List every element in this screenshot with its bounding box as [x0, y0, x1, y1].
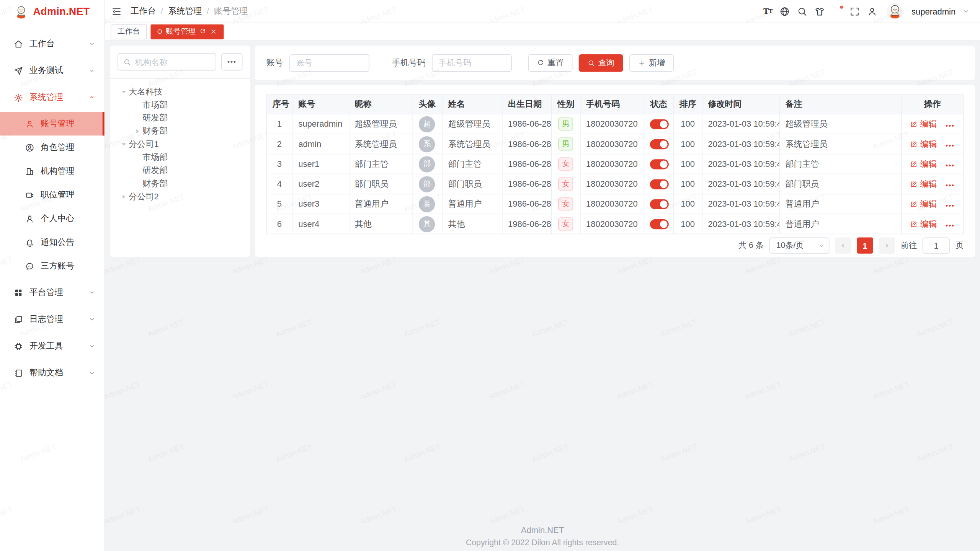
- username[interactable]: superadmin: [911, 7, 956, 16]
- col-time: 修改时间: [702, 95, 779, 114]
- edit-button[interactable]: 编辑: [910, 218, 937, 230]
- collapse-sidebar-icon[interactable]: [111, 6, 122, 17]
- menu-item-label: 工作台: [29, 38, 55, 49]
- sidebar-menu-item[interactable]: 通知公告: [0, 230, 105, 254]
- org-tree-node[interactable]: 市场部: [118, 98, 243, 111]
- row-more-button[interactable]: •••: [946, 122, 955, 129]
- sidebar-menu-item[interactable]: 日志管理: [0, 307, 105, 332]
- cell-name: 其他: [442, 214, 502, 234]
- notification-dot: [840, 5, 844, 9]
- notification-bell-icon[interactable]: [832, 6, 843, 17]
- status-toggle[interactable]: [650, 199, 669, 209]
- sidebar-menu-item[interactable]: 角色管理: [0, 135, 105, 159]
- org-search-input[interactable]: [135, 57, 211, 66]
- add-button[interactable]: 新增: [629, 54, 674, 72]
- edit-button[interactable]: 编辑: [910, 198, 937, 209]
- edit-button[interactable]: 编辑: [910, 118, 937, 129]
- row-more-button[interactable]: •••: [946, 222, 955, 229]
- row-more-button[interactable]: •••: [946, 142, 955, 149]
- status-toggle[interactable]: [650, 159, 669, 169]
- fullscreen-icon[interactable]: [849, 6, 860, 17]
- chevron-down-icon: [88, 289, 96, 296]
- tab-account-management[interactable]: 账号管理: [150, 24, 224, 39]
- tree-caret-icon[interactable]: [119, 140, 129, 148]
- gender-badge: 女: [558, 178, 573, 191]
- tree-caret-icon[interactable]: [119, 193, 129, 201]
- sidebar-menu: 工作台 业务测试 系统管理 账号管理 角色管理: [0, 29, 105, 387]
- status-toggle[interactable]: [650, 139, 669, 149]
- profile-icon[interactable]: [867, 6, 878, 17]
- font-size-icon[interactable]: TT: [763, 6, 773, 17]
- edit-button[interactable]: 编辑: [910, 139, 937, 150]
- search-icon[interactable]: [797, 6, 808, 17]
- status-toggle[interactable]: [650, 119, 669, 129]
- tree-node-label: 研发部: [142, 112, 168, 123]
- language-icon[interactable]: [780, 6, 791, 17]
- sidebar-menu-item[interactable]: 工作台: [0, 31, 105, 56]
- status-toggle[interactable]: [650, 179, 669, 189]
- query-button[interactable]: 查询: [579, 54, 623, 72]
- cell-time: 2023-01-03 10:59:44: [702, 134, 779, 154]
- next-page-button[interactable]: [879, 237, 895, 253]
- phone-label: 手机号码: [392, 57, 426, 68]
- theme-icon[interactable]: [815, 6, 825, 17]
- row-more-button[interactable]: •••: [946, 161, 955, 169]
- org-tree-node[interactable]: 研发部: [118, 164, 243, 177]
- close-tab-icon[interactable]: [210, 28, 217, 35]
- app-logo[interactable]: Admin.NET: [0, 0, 105, 23]
- sidebar-menu-item[interactable]: 系统管理: [0, 85, 105, 110]
- gender-badge: 女: [558, 157, 573, 171]
- page-number[interactable]: 1: [857, 237, 873, 253]
- org-tree-node[interactable]: 大名科技: [118, 85, 243, 98]
- org-tree-node[interactable]: 财务部: [118, 124, 243, 137]
- tab-workbench[interactable]: 工作台: [111, 24, 147, 39]
- accounts-table-panel: 序号 账号 昵称 头像 姓名 出生日期 性别 手机号码 状态 排序 修改时间: [255, 85, 975, 257]
- avatar: 系: [419, 136, 435, 152]
- tree-caret-icon[interactable]: [132, 127, 142, 135]
- sidebar-menu-item[interactable]: 平台管理: [0, 280, 105, 305]
- user-menu-chevron-icon[interactable]: [962, 8, 970, 15]
- status-toggle[interactable]: [650, 219, 669, 229]
- org-tree-node[interactable]: 市场部: [118, 150, 243, 163]
- cell-name: 超级管理员: [442, 114, 502, 134]
- account-input[interactable]: [289, 54, 369, 72]
- sidebar-menu-item[interactable]: 三方账号: [0, 254, 105, 278]
- cell-actions: 编辑 •••: [902, 174, 964, 194]
- tab-label: 账号管理: [166, 26, 196, 37]
- edit-button[interactable]: 编辑: [910, 158, 937, 170]
- edit-button[interactable]: 编辑: [910, 178, 937, 189]
- tree-caret-icon[interactable]: [119, 88, 129, 95]
- sidebar-menu-item[interactable]: 业务测试: [0, 58, 105, 83]
- plus-icon: [638, 59, 646, 67]
- cell-gender: 男: [552, 134, 580, 154]
- breadcrumb-item[interactable]: 工作台: [131, 6, 156, 17]
- org-tree-node[interactable]: 研发部: [118, 111, 243, 124]
- org-tree-more-button[interactable]: •••: [221, 53, 243, 71]
- phone-input[interactable]: [432, 54, 512, 72]
- sidebar-menu-item[interactable]: 职位管理: [0, 183, 105, 207]
- avatar: 超: [419, 116, 435, 132]
- prev-page-button[interactable]: [835, 237, 851, 253]
- reset-button[interactable]: 重置: [528, 54, 573, 72]
- org-tree-node[interactable]: 财务部: [118, 177, 243, 190]
- org-tree-node[interactable]: 分公司2: [118, 190, 243, 203]
- edit-icon: [910, 160, 918, 168]
- cell-birth: 1986-06-28: [502, 174, 552, 194]
- user-avatar[interactable]: [887, 3, 903, 19]
- sidebar-menu-item[interactable]: 帮助文档: [0, 360, 105, 385]
- sidebar-menu-item[interactable]: 个人中心: [0, 207, 105, 230]
- page-size-select[interactable]: 10条/页: [769, 237, 830, 253]
- goto-page-input[interactable]: [923, 237, 950, 253]
- cell-status: [644, 134, 673, 154]
- org-tree-node[interactable]: 分公司1: [118, 137, 243, 150]
- sidebar-menu-item[interactable]: 机构管理: [0, 159, 105, 183]
- sidebar-menu-item[interactable]: 开发工具: [0, 334, 105, 359]
- refresh-tab-icon[interactable]: [199, 28, 206, 35]
- edit-icon: [910, 220, 918, 228]
- row-more-button[interactable]: •••: [946, 181, 955, 189]
- breadcrumb-item[interactable]: 系统管理: [168, 6, 202, 17]
- sidebar-menu-item[interactable]: 账号管理: [0, 112, 105, 135]
- menu-item-label: 帮助文档: [29, 367, 63, 378]
- org-tree-panel: ••• 大名科技 市场部 研发部: [110, 46, 250, 257]
- row-more-button[interactable]: •••: [946, 202, 955, 209]
